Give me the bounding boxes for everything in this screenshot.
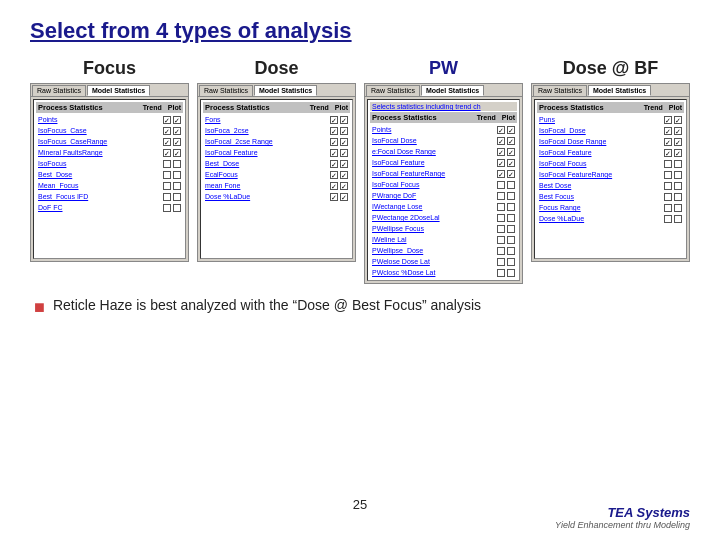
focus-tab-raw[interactable]: Raw Statistics [32, 85, 86, 96]
dose-bf-tab-model[interactable]: Model Statistics [588, 85, 651, 96]
dose-bf-tab-bar: Raw Statistics Model Statistics [532, 84, 689, 97]
pw-item-5: IsoFocal Focus [370, 179, 517, 190]
dose-bf-content-wrapper: Process Statistics Trend Plot Puns IsoFo… [532, 97, 689, 261]
focus-tab-bar: Raw Statistics Model Statistics [31, 84, 188, 97]
dose-bf-item-1: IsoFocal_Dose [537, 125, 684, 136]
dose-bf-tab-raw[interactable]: Raw Statistics [533, 85, 587, 96]
pw-item-1: IsoFocal Dose [370, 135, 517, 146]
dose-item-7: Dose %LaDue [203, 191, 350, 202]
dose-bf-item-8: Focus Range [537, 202, 684, 213]
focus-item-3: Mineral FaultsRange [36, 147, 183, 158]
focus-window: Raw Statistics Model Statistics Process … [30, 83, 189, 262]
dose-panel-wrapper: Dose Raw Statistics Model Statistics Pro… [197, 58, 356, 262]
dose-tab-model[interactable]: Model Statistics [254, 85, 317, 96]
dose-section-header: Process Statistics Trend Plot [203, 102, 350, 113]
pw-item-6: PWrange DoF [370, 190, 517, 201]
pw-content-wrapper: Selects statistics including trend ch Pr… [365, 97, 522, 283]
dose-item-3: IsoFocal Feature [203, 147, 350, 158]
pw-tab-raw[interactable]: Raw Statistics [366, 85, 420, 96]
pw-item-12: PWelose Dose Lat [370, 256, 517, 267]
pw-tab-bar: Raw Statistics Model Statistics [365, 84, 522, 97]
bullet-icon: ■ [34, 296, 45, 319]
dose-bf-content-area: Process Statistics Trend Plot Puns IsoFo… [534, 99, 687, 259]
pw-item-10: IWeline Lal [370, 234, 517, 245]
focus-item-0: Points [36, 114, 183, 125]
panels-row: Focus Raw Statistics Model Statistics Pr… [30, 58, 690, 284]
pw-section-header: Process Statistics Trend Plot [370, 112, 517, 123]
focus-item-8: DoF FC [36, 202, 183, 213]
pw-item-4: IsoFocal FeatureRange [370, 168, 517, 179]
focus-item-1: IsoFocus_Case [36, 125, 183, 136]
dose-tab-bar: Raw Statistics Model Statistics [198, 84, 355, 97]
dose-bf-item-6: Best Dose [537, 180, 684, 191]
tea-systems-branding: TEA Systems Yield Enhancement thru Model… [555, 505, 690, 530]
dose-item-4: Best_Dose [203, 158, 350, 169]
focus-item-2: IsoFocus_CaseRange [36, 136, 183, 147]
page-container: Select from 4 types of analysis Focus Ra… [0, 0, 720, 540]
dose-bf-item-2: IsoFocal Dose Range [537, 136, 684, 147]
dose-bf-item-3: IsoFocal Feature [537, 147, 684, 158]
dose-item-5: EcalFocus [203, 169, 350, 180]
focus-item-7: Best_Focus IFD [36, 191, 183, 202]
focus-item-5: Best_Dose [36, 169, 183, 180]
focus-item-4: IsoFocus [36, 158, 183, 169]
bullet-section: ■ Reticle Haze is best analyzed with the… [30, 296, 690, 319]
dose-bf-item-4: IsoFocal Focus [537, 158, 684, 169]
dose-item-2: IsoFocal_2cse Range [203, 136, 350, 147]
focus-content-wrapper: Process Statistics Trend Plot Points Iso… [31, 97, 188, 261]
dose-item-1: IsoFoca_2cse [203, 125, 350, 136]
page-number: 25 [353, 497, 367, 512]
dose-item-6: mean Fone [203, 180, 350, 191]
dose-bf-window: Raw Statistics Model Statistics Process … [531, 83, 690, 262]
pw-select-all[interactable]: Selects statistics including trend ch [370, 102, 517, 111]
focus-panel-wrapper: Focus Raw Statistics Model Statistics Pr… [30, 58, 189, 262]
pw-item-3: IsoFocal Feature [370, 157, 517, 168]
dose-bf-item-0: Puns [537, 114, 684, 125]
dose-item-0: Fons [203, 114, 350, 125]
pw-tab-model[interactable]: Model Statistics [421, 85, 484, 96]
dose-window: Raw Statistics Model Statistics Process … [197, 83, 356, 262]
dose-bf-label: Dose @ BF [563, 58, 659, 79]
pw-item-0: Points [370, 124, 517, 135]
dose-content-wrapper: Process Statistics Trend Plot Fons IsoFo… [198, 97, 355, 261]
focus-tab-model[interactable]: Model Statistics [87, 85, 150, 96]
dose-label: Dose [254, 58, 298, 79]
pw-item-7: IWectange Lose [370, 201, 517, 212]
focus-section-header: Process Statistics Trend Plot [36, 102, 183, 113]
pw-item-11: PWellipse_Dose [370, 245, 517, 256]
focus-content-area: Process Statistics Trend Plot Points Iso… [33, 99, 186, 259]
pw-window: Raw Statistics Model Statistics Selects … [364, 83, 523, 284]
pw-item-13: PWclosc %Dose Lat [370, 267, 517, 278]
focus-label: Focus [83, 58, 136, 79]
page-title: Select from 4 types of analysis [30, 18, 690, 44]
brand-subtitle: Yield Enhancement thru Modeling [555, 520, 690, 530]
dose-bf-panel-wrapper: Dose @ BF Raw Statistics Model Statistic… [531, 58, 690, 262]
dose-bf-item-5: IsoFocal FeatureRange [537, 169, 684, 180]
pw-item-2: e:Focal Dose Range [370, 146, 517, 157]
dose-content-area: Process Statistics Trend Plot Fons IsoFo… [200, 99, 353, 259]
pw-item-9: PWellipse Focus [370, 223, 517, 234]
dose-bf-section-header: Process Statistics Trend Plot [537, 102, 684, 113]
brand-name: TEA Systems [555, 505, 690, 520]
pw-panel-wrapper: PW Raw Statistics Model Statistics Selec… [364, 58, 523, 284]
bullet-text: Reticle Haze is best analyzed with the “… [53, 296, 690, 316]
pw-label: PW [429, 58, 458, 79]
focus-item-6: Mean_Focus [36, 180, 183, 191]
pw-item-8: PWectange 2DoseLal [370, 212, 517, 223]
dose-tab-raw[interactable]: Raw Statistics [199, 85, 253, 96]
pw-content-area: Selects statistics including trend ch Pr… [367, 99, 520, 281]
dose-bf-item-7: Best Focus [537, 191, 684, 202]
dose-bf-item-9: Dose %LaDue [537, 213, 684, 224]
